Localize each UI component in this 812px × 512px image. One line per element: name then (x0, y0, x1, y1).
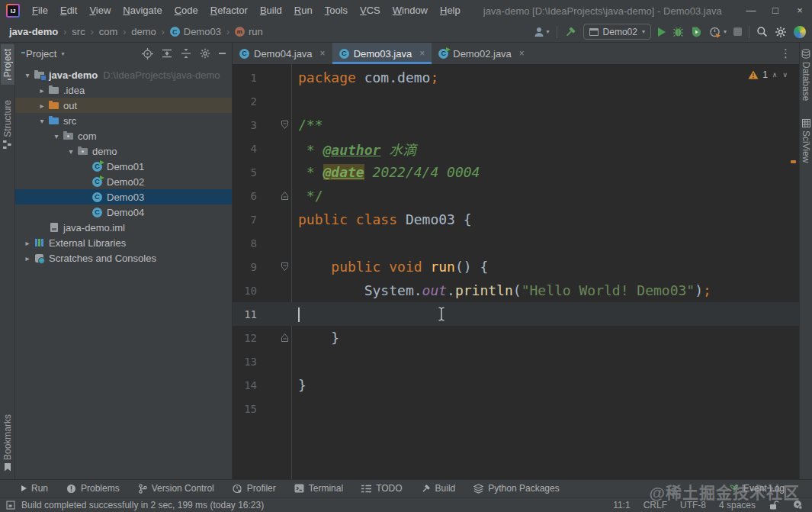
editor-line-15[interactable]: 15 (233, 397, 799, 420)
breadcrumb-item-demo[interactable]: demo (130, 26, 158, 37)
caret-position[interactable]: 11:1 (613, 500, 630, 510)
tool-button-sciview[interactable]: SciView (799, 114, 812, 167)
tree-row-demo02[interactable]: Demo02 (15, 174, 232, 189)
line-number[interactable]: 7 (233, 208, 257, 231)
hide-panel-icon[interactable] (219, 53, 226, 54)
settings-gear-icon[interactable] (775, 26, 787, 38)
editor-line-9[interactable]: 9 public void run() { (233, 255, 799, 279)
tree-chevron-icon[interactable]: ▸ (21, 254, 34, 262)
tree-row-demo[interactable]: ▾demo (15, 143, 232, 159)
tree-chevron-icon[interactable]: ▸ (36, 86, 48, 95)
tree-row-com[interactable]: ▾com (15, 128, 232, 143)
notifications-gear-icon[interactable] (792, 500, 803, 510)
editor-line-10[interactable]: 10 System.out.println("Hello World! Demo… (233, 279, 799, 302)
tool-button-profiler[interactable]: Profiler (233, 483, 276, 494)
fold-marker-icon[interactable] (281, 191, 289, 201)
fold-marker-icon[interactable] (281, 262, 289, 272)
tree-row-demo01[interactable]: Demo01 (15, 159, 232, 174)
encoding-indicator[interactable]: UTF-8 (680, 500, 706, 510)
prev-issue-chevron-icon[interactable]: ∧ (772, 71, 778, 79)
line-number[interactable]: 13 (233, 349, 257, 373)
tree-row-demo03[interactable]: Demo03 (15, 189, 232, 204)
tool-button-database[interactable]: Database (799, 44, 812, 105)
editor[interactable]: 1package com.demo;23/**4 * @author 水滴5 *… (233, 64, 799, 479)
tree-chevron-icon[interactable]: ▸ (36, 101, 48, 110)
tool-button-version-control[interactable]: Version Control (138, 483, 214, 494)
editor-line-13[interactable]: 13 (233, 349, 799, 373)
line-number[interactable]: 1 (233, 66, 257, 89)
next-issue-chevron-icon[interactable]: ∨ (782, 71, 788, 79)
menu-item-navigate[interactable]: Navigate (117, 0, 168, 21)
unlock-icon[interactable] (769, 500, 779, 510)
menu-item-refactor[interactable]: Refactor (204, 0, 254, 21)
editor-line-7[interactable]: 7public class Demo03 { (233, 208, 799, 231)
tool-button-build[interactable]: Build (421, 483, 456, 494)
tool-button-structure[interactable]: Structure (1, 95, 14, 153)
tool-button-terminal[interactable]: Terminal (294, 483, 343, 494)
editor-line-8[interactable]: 8 (233, 231, 799, 255)
tool-button-problems[interactable]: Problems (66, 483, 120, 494)
menu-item-run[interactable]: Run (288, 0, 319, 21)
editor-line-4[interactable]: 4 * @author 水滴 (233, 137, 799, 160)
warning-stripe-mark[interactable] (791, 160, 796, 163)
editor-line-14[interactable]: 14} (233, 373, 799, 397)
line-number[interactable]: 15 (233, 397, 257, 420)
breadcrumb-item-src[interactable]: src (70, 26, 86, 37)
fold-marker-icon[interactable] (281, 120, 289, 130)
tab-close-icon[interactable]: × (419, 48, 425, 59)
menu-item-window[interactable]: Window (387, 0, 434, 21)
line-number[interactable]: 14 (233, 373, 257, 397)
locate-file-icon[interactable] (142, 48, 153, 60)
menu-item-file[interactable]: File (26, 0, 54, 21)
line-number[interactable]: 9 (233, 255, 257, 279)
error-stripe[interactable] (789, 64, 798, 479)
menu-item-help[interactable]: Help (434, 0, 467, 21)
editor-line-1[interactable]: 1package com.demo; (233, 66, 799, 89)
fold-marker-icon[interactable] (281, 333, 289, 343)
project-panel-title[interactable]: Project (26, 48, 56, 60)
tree-row--idea[interactable]: ▸.idea (15, 82, 232, 98)
minimize-button[interactable]: — (739, 0, 763, 21)
maximize-button[interactable]: □ (763, 0, 788, 21)
tool-button-bookmarks[interactable]: Bookmarks (1, 410, 14, 476)
editor-line-6[interactable]: 6 */ (233, 184, 799, 208)
tool-button-run[interactable]: Run (21, 483, 48, 494)
breadcrumb-item-com[interactable]: com (98, 26, 120, 37)
line-number[interactable]: 3 (233, 113, 257, 137)
tool-button-python-packages[interactable]: Python Packages (473, 483, 559, 494)
tree-row-out[interactable]: ▸out (15, 98, 232, 113)
line-number[interactable]: 11 (233, 302, 257, 326)
run-button[interactable] (658, 27, 666, 37)
tree-row-demo04[interactable]: Demo04 (15, 204, 232, 220)
line-number[interactable]: 5 (233, 160, 257, 184)
menu-item-edit[interactable]: Edit (54, 0, 83, 21)
editor-tab-demo02-java[interactable]: Demo02.java× (432, 43, 531, 64)
colorful-sphere-icon[interactable] (794, 26, 806, 38)
line-number[interactable]: 10 (233, 279, 257, 302)
menu-item-view[interactable]: View (83, 0, 117, 21)
breadcrumb-item-run[interactable]: run (233, 26, 265, 37)
tree-row-external-libraries[interactable]: ▸External Libraries (15, 235, 232, 250)
menu-item-vcs[interactable]: VCS (354, 0, 387, 21)
tree-row-java-demo[interactable]: ▾java-demoD:\IdeaProjects\java-demo (15, 67, 232, 82)
editor-line-12[interactable]: 12 } (233, 326, 799, 349)
menu-item-code[interactable]: Code (168, 0, 204, 21)
menu-item-tools[interactable]: Tools (319, 0, 354, 21)
panel-settings-gear-icon[interactable] (200, 48, 210, 59)
background-tasks-icon[interactable] (6, 501, 15, 510)
tree-row-src[interactable]: ▾src (15, 113, 232, 128)
profiler-button[interactable]: ▾ (709, 26, 727, 38)
tab-close-icon[interactable]: × (320, 48, 326, 59)
coverage-button[interactable] (691, 26, 702, 37)
tree-chevron-icon[interactable]: ▾ (21, 71, 34, 79)
avatar-icon[interactable]: ▾ (533, 26, 550, 38)
close-button[interactable]: × (788, 0, 812, 21)
stop-button[interactable] (733, 27, 742, 36)
tree-chevron-icon[interactable]: ▾ (65, 147, 77, 156)
menu-item-build[interactable]: Build (254, 0, 288, 21)
tool-button-todo[interactable]: TODO (361, 483, 402, 494)
line-ending-indicator[interactable]: CRLF (644, 500, 667, 510)
expand-all-icon[interactable] (162, 48, 172, 59)
tree-chevron-icon[interactable]: ▸ (21, 239, 34, 247)
indent-indicator[interactable]: 4 spaces (719, 500, 756, 510)
